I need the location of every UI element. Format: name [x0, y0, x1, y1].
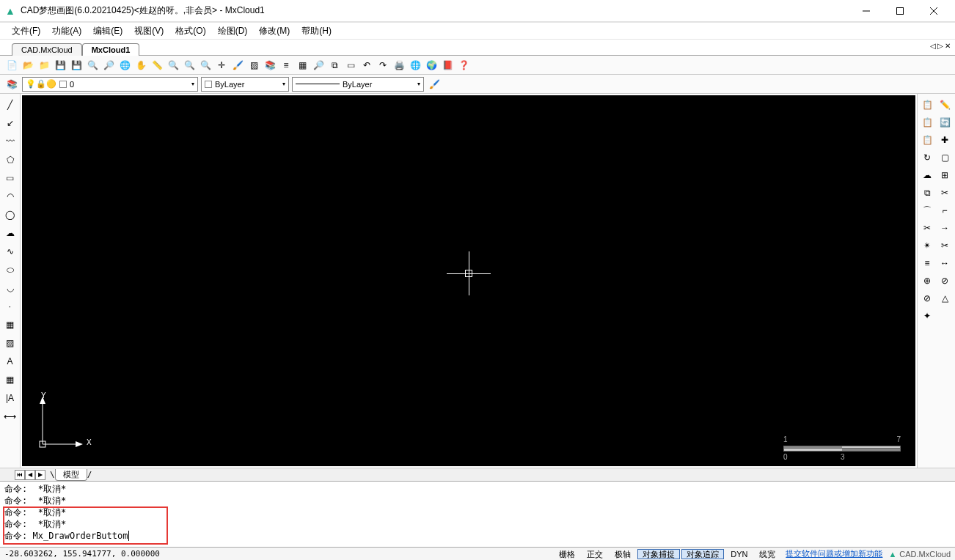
- drawing-canvas[interactable]: Y X 1 7 0 3: [22, 95, 915, 466]
- print-icon[interactable]: 🖨️: [392, 58, 406, 73]
- copy3-icon[interactable]: 📋: [919, 132, 935, 148]
- blank1-icon[interactable]: ▢: [937, 150, 953, 166]
- point-icon[interactable]: ·: [2, 298, 18, 314]
- clip-icon[interactable]: ✂: [937, 185, 953, 201]
- block-icon[interactable]: ▦: [2, 317, 18, 333]
- mirror-icon[interactable]: ⧉: [919, 185, 935, 201]
- tab-next-icon[interactable]: ▷: [937, 42, 943, 50]
- status-toggle-栅格[interactable]: 栅格: [554, 549, 580, 559]
- command-input-text[interactable]: Mx_DrawOrderButtom: [32, 531, 128, 541]
- linewt-icon[interactable]: ≡: [279, 58, 293, 73]
- copy-icon[interactable]: 📋: [919, 97, 935, 113]
- align-icon[interactable]: ≡: [919, 255, 935, 271]
- zoomplus-icon[interactable]: 🔎: [101, 58, 116, 73]
- zoomreg-icon[interactable]: 🔍: [182, 58, 197, 73]
- minimize-button[interactable]: [849, 1, 883, 21]
- tab-close-icon[interactable]: ✕: [945, 42, 951, 50]
- web-icon[interactable]: 🌐: [408, 58, 422, 73]
- dim-icon[interactable]: ⟷: [2, 408, 18, 424]
- measure-icon[interactable]: 📏: [150, 58, 164, 73]
- save-icon[interactable]: 💾: [53, 58, 67, 73]
- zoomfit-icon[interactable]: 🔍: [166, 58, 180, 73]
- menu-item[interactable]: 修改(M): [253, 25, 296, 37]
- cycle-icon[interactable]: 🔄: [937, 114, 953, 130]
- color-combo[interactable]: ByLayer ▾: [201, 77, 289, 92]
- xline-icon[interactable]: ↙: [2, 115, 18, 131]
- help-icon[interactable]: ❓: [456, 58, 471, 73]
- trim-icon[interactable]: ✂: [919, 220, 935, 236]
- feedback-link[interactable]: 提交软件问题或增加新功能: [781, 548, 882, 559]
- saveas-icon[interactable]: 💾: [69, 58, 84, 73]
- rect-icon[interactable]: ▭: [2, 170, 18, 186]
- circle-icon[interactable]: ◯: [2, 207, 18, 223]
- status-toggle-DYN[interactable]: DYN: [725, 549, 753, 559]
- document-tab[interactable]: CAD.MxCloud: [12, 43, 82, 56]
- hatch2-icon[interactable]: ▦: [295, 58, 310, 73]
- layer-manager-icon[interactable]: 📚: [4, 77, 19, 92]
- cut-icon[interactable]: ✂: [937, 237, 953, 254]
- grid-icon[interactable]: ⊞: [937, 167, 953, 183]
- zoomobj-icon[interactable]: 🔍: [198, 58, 213, 73]
- stretch-icon[interactable]: ↔: [937, 255, 953, 271]
- open-icon[interactable]: 📂: [21, 58, 35, 73]
- status-toggle-对象追踪[interactable]: 对象追踪: [681, 549, 724, 559]
- area-icon[interactable]: ▨: [246, 58, 261, 73]
- menu-item[interactable]: 编辑(E): [87, 25, 128, 37]
- polygon-icon[interactable]: ⬠: [2, 152, 18, 168]
- plus-icon[interactable]: ✚: [937, 132, 953, 148]
- layer-combo[interactable]: 💡🔒🟡 0 ▾: [22, 77, 198, 92]
- find-icon[interactable]: 🔎: [311, 58, 326, 73]
- spline-icon[interactable]: ∿: [2, 243, 18, 259]
- props-icon[interactable]: ⧉: [327, 58, 342, 73]
- pan-icon[interactable]: ✋: [133, 58, 148, 73]
- new-icon[interactable]: 📄: [4, 58, 19, 73]
- join-icon[interactable]: ⊕: [919, 273, 935, 289]
- nav-first-icon[interactable]: ⏮: [15, 470, 25, 480]
- sel-icon[interactable]: ▭: [343, 58, 358, 73]
- offset-icon[interactable]: ⊘: [937, 273, 953, 289]
- line-icon[interactable]: ╱: [2, 97, 18, 113]
- open2-icon[interactable]: 📁: [37, 58, 51, 73]
- pline-icon[interactable]: 〰: [2, 133, 18, 150]
- undo-icon[interactable]: ↶: [359, 58, 374, 73]
- nav-prev-icon[interactable]: ◀: [25, 470, 35, 480]
- cross-icon[interactable]: ✛: [214, 58, 229, 73]
- brush-icon[interactable]: 🖌️: [427, 77, 442, 92]
- edit-icon[interactable]: ✏️: [937, 97, 953, 113]
- menu-item[interactable]: 文件(F): [6, 25, 46, 37]
- extend-icon[interactable]: →: [937, 220, 953, 236]
- cloud-icon[interactable]: ☁: [919, 167, 935, 183]
- document-tab[interactable]: MxCloud1: [82, 43, 140, 56]
- zoomwin-icon[interactable]: 🔍: [85, 58, 100, 73]
- brush-icon[interactable]: 🖌️: [230, 58, 245, 73]
- pdf-icon[interactable]: 📕: [440, 58, 455, 73]
- copy2-icon[interactable]: 📋: [919, 114, 935, 130]
- menu-item[interactable]: 格式(O): [169, 25, 211, 37]
- globe-icon[interactable]: 🌍: [424, 58, 439, 73]
- arc-icon[interactable]: ◠: [2, 188, 18, 205]
- maximize-button[interactable]: [883, 1, 917, 21]
- status-toggle-极轴[interactable]: 极轴: [610, 549, 636, 559]
- command-input-line[interactable]: 命令: Mx_DrawOrderButtom: [4, 530, 951, 542]
- chamfer-icon[interactable]: ⌐: [937, 202, 953, 218]
- ellipse-arc-icon[interactable]: ◡: [2, 280, 18, 296]
- menu-item[interactable]: 帮助(H): [296, 25, 337, 37]
- ellipse-icon[interactable]: ⬭: [2, 262, 18, 278]
- model-tab[interactable]: 模型: [55, 469, 87, 481]
- redo-icon[interactable]: ↷: [376, 58, 390, 73]
- zoomall-icon[interactable]: 🌐: [117, 58, 132, 73]
- revcloud-icon[interactable]: ☁: [2, 225, 18, 241]
- nav-next-icon[interactable]: ▶: [35, 470, 45, 480]
- menu-item[interactable]: 绘图(D): [212, 25, 254, 37]
- command-window[interactable]: 命令: *取消*命令: *取消*命令: *取消*命令: *取消*命令: Mx_D…: [0, 481, 955, 547]
- status-toggle-线宽[interactable]: 线宽: [754, 549, 780, 559]
- status-toggle-对象捕捉[interactable]: 对象捕捉: [637, 549, 680, 559]
- text-icon[interactable]: A: [2, 353, 18, 369]
- break-icon[interactable]: ⊘: [919, 290, 935, 306]
- layers-icon[interactable]: 📚: [263, 58, 277, 73]
- explode-icon[interactable]: ✴: [919, 237, 935, 254]
- hatch-icon[interactable]: ▨: [2, 335, 18, 351]
- menu-item[interactable]: 功能(A): [46, 25, 87, 37]
- status-toggle-正交[interactable]: 正交: [582, 549, 608, 559]
- linetype-combo[interactable]: ByLayer ▾: [292, 77, 424, 92]
